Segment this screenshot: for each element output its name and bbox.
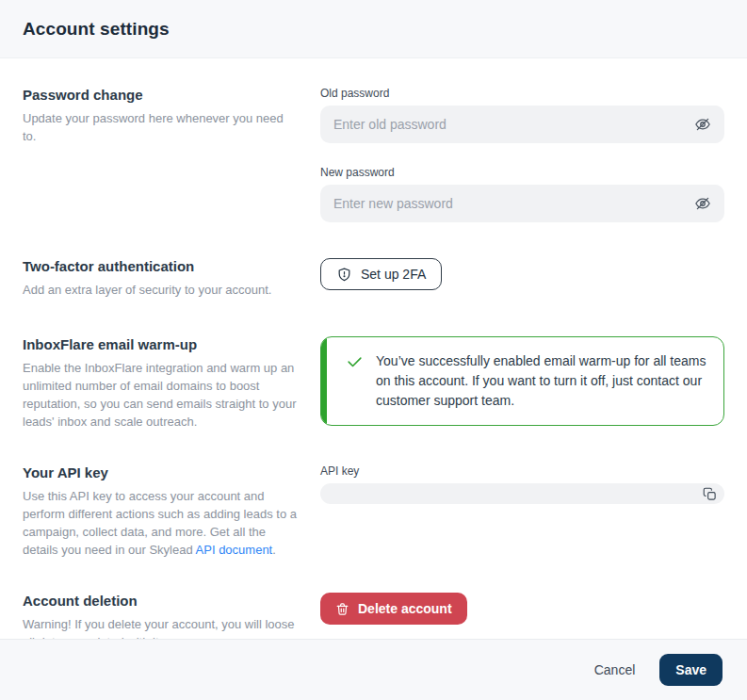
warmup-alert-text: You’ve successfully enabled email warm-u…: [376, 351, 706, 411]
api-key-input[interactable]: [320, 483, 724, 504]
old-password-visibility-toggle[interactable]: [692, 114, 713, 135]
copy-api-key-button[interactable]: [701, 485, 718, 502]
eye-off-icon: [694, 195, 711, 212]
setup-2fa-label: Set up 2FA: [361, 267, 426, 282]
modal-header: Account settings: [0, 0, 747, 58]
warmup-success-alert: You’ve successfully enabled email warm-u…: [320, 336, 724, 426]
trash-icon: [335, 602, 349, 616]
copy-icon: [703, 487, 717, 501]
section-api-key: Your API key Use this API key to access …: [23, 464, 724, 559]
twofa-section-title: Two-factor authentication: [23, 258, 298, 274]
account-settings-modal: Account settings Password change Update …: [0, 0, 747, 700]
modal-footer: Cancel Save: [0, 639, 747, 700]
old-password-input[interactable]: [320, 106, 724, 143]
new-password-group: New password: [320, 166, 724, 222]
eye-off-icon: [694, 116, 711, 133]
api-key-label: API key: [320, 464, 724, 478]
password-section-title: Password change: [23, 87, 298, 103]
delete-account-label: Delete account: [358, 601, 452, 616]
check-icon: [346, 353, 364, 371]
section-email-warmup: InboxFlare email warm-up Enable the Inbo…: [23, 336, 724, 431]
deletion-section-title: Account deletion: [23, 593, 298, 609]
warmup-section-title: InboxFlare email warm-up: [23, 336, 298, 352]
cancel-button[interactable]: Cancel: [594, 662, 636, 677]
new-password-visibility-toggle[interactable]: [692, 193, 713, 214]
new-password-input[interactable]: [320, 185, 724, 222]
save-button[interactable]: Save: [659, 654, 723, 686]
section-two-factor: Two-factor authentication Add an extra l…: [23, 258, 724, 299]
password-section-description: Update your password here whenever you n…: [23, 109, 298, 145]
deletion-section-description: Warning! If you delete your account, you…: [23, 615, 298, 639]
delete-account-button[interactable]: Delete account: [320, 593, 467, 625]
alert-accent-bar: [321, 337, 327, 425]
old-password-label: Old password: [320, 87, 724, 100]
section-password-change: Password change Update your password her…: [23, 87, 724, 222]
section-account-deletion: Account deletion Warning! If you delete …: [23, 593, 724, 639]
api-section-description: Use this API key to access your account …: [23, 487, 298, 559]
twofa-section-description: Add an extra layer of security to your a…: [23, 281, 298, 299]
shield-icon: [336, 267, 352, 283]
api-document-link[interactable]: API document: [196, 543, 273, 557]
settings-content: Password change Update your password her…: [0, 58, 747, 639]
warmup-section-description: Enable the InboxFlare integration and wa…: [23, 359, 298, 431]
old-password-group: Old password: [320, 87, 724, 143]
api-section-title: Your API key: [23, 464, 298, 480]
new-password-label: New password: [320, 166, 724, 179]
page-title: Account settings: [23, 19, 170, 40]
setup-2fa-button[interactable]: Set up 2FA: [320, 258, 442, 290]
